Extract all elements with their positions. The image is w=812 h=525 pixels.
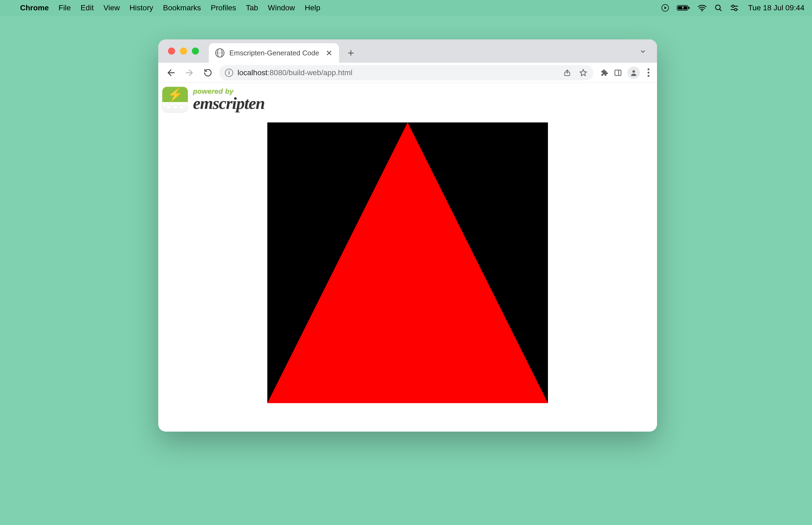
- url-path: :8080/build-web/app.html: [267, 69, 353, 77]
- menubar-item-bookmarks[interactable]: Bookmarks: [163, 3, 201, 12]
- menubar-item-history[interactable]: History: [129, 3, 153, 12]
- reload-button[interactable]: [201, 65, 215, 80]
- menubar-media-icon[interactable]: [661, 4, 669, 12]
- chrome-tabstrip: Emscripten-Generated Code ✕ +: [158, 39, 657, 63]
- svg-point-11: [735, 9, 737, 11]
- window-minimize-button[interactable]: [180, 47, 187, 55]
- url-text: localhost:8080/build-web/app.html: [238, 69, 352, 77]
- window-close-button[interactable]: [168, 47, 175, 55]
- chrome-menu-button[interactable]: [645, 66, 652, 79]
- svg-point-5: [702, 10, 703, 11]
- share-icon[interactable]: [563, 69, 571, 77]
- menubar-left: Chrome File Edit View History Bookmarks …: [7, 3, 320, 12]
- svg-point-18: [632, 70, 635, 73]
- profile-avatar[interactable]: [627, 66, 640, 79]
- menubar-control-center-icon[interactable]: [730, 4, 739, 12]
- svg-point-6: [716, 5, 721, 10]
- omnibox-right-icons: [563, 69, 587, 77]
- macos-menubar: Chrome File Edit View History Bookmarks …: [0, 0, 812, 16]
- menubar-wifi-icon[interactable]: [698, 4, 707, 11]
- forward-button[interactable]: [182, 65, 197, 80]
- svg-rect-3: [689, 7, 690, 9]
- window-traffic-lights: [168, 47, 199, 55]
- window-zoom-button[interactable]: [192, 47, 199, 55]
- emscripten-logo-icon: ⚡: [162, 87, 188, 112]
- side-panel-icon[interactable]: [614, 69, 622, 77]
- globe-favicon-icon: [215, 48, 225, 58]
- chrome-toolbar: i localhost:8080/build-web/app.html: [158, 63, 657, 83]
- svg-line-7: [720, 9, 721, 11]
- site-info-icon[interactable]: i: [225, 69, 233, 77]
- page-content: ⚡ powered by emscripten: [158, 83, 657, 432]
- new-tab-button[interactable]: +: [343, 45, 358, 61]
- tab-title: Emscripten-Generated Code: [229, 49, 319, 57]
- toolbar-right: [600, 66, 652, 79]
- emscripten-brand-label: emscripten: [193, 95, 265, 111]
- menubar-item-window[interactable]: Window: [268, 3, 295, 12]
- menubar-item-tab[interactable]: Tab: [246, 3, 258, 12]
- address-bar[interactable]: i localhost:8080/build-web/app.html: [219, 65, 593, 80]
- menubar-right: Tue 18 Jul 09:44: [661, 3, 805, 12]
- menubar-datetime[interactable]: Tue 18 Jul 09:44: [748, 3, 805, 12]
- menubar-spotlight-icon[interactable]: [714, 4, 722, 12]
- svg-marker-1: [665, 6, 667, 9]
- chrome-window: Emscripten-Generated Code ✕ + i localhos…: [158, 39, 657, 432]
- emscripten-wordmark: powered by emscripten: [193, 88, 265, 111]
- menubar-item-view[interactable]: View: [103, 3, 120, 12]
- menubar-item-help[interactable]: Help: [305, 3, 321, 12]
- tab-close-button[interactable]: ✕: [324, 48, 334, 58]
- menubar-item-edit[interactable]: Edit: [81, 3, 94, 12]
- extensions-icon[interactable]: [600, 69, 609, 77]
- svg-point-9: [732, 5, 734, 7]
- menubar-battery-icon[interactable]: [677, 5, 690, 11]
- svg-marker-15: [580, 69, 587, 76]
- svg-rect-16: [615, 70, 621, 75]
- browser-tab[interactable]: Emscripten-Generated Code ✕: [209, 43, 339, 63]
- tabs-dropdown-icon[interactable]: [640, 48, 646, 57]
- emscripten-header: ⚡ powered by emscripten: [162, 87, 265, 112]
- bookmark-star-icon[interactable]: [579, 69, 587, 77]
- webgl-canvas: [267, 122, 548, 403]
- menubar-app-name[interactable]: Chrome: [20, 3, 49, 12]
- menubar-item-file[interactable]: File: [59, 3, 71, 12]
- url-host: localhost: [238, 69, 267, 77]
- back-button[interactable]: [164, 65, 178, 80]
- menubar-item-profiles[interactable]: Profiles: [211, 3, 236, 12]
